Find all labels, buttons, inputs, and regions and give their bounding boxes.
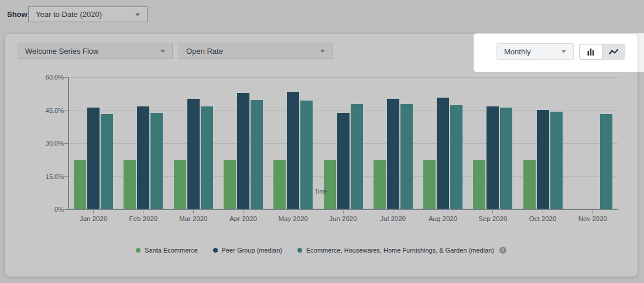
screen: Show: Year to Date (2020) Welcome Series… — [0, 0, 644, 283]
metric-dropdown-value: Open Rate — [186, 47, 223, 56]
legend-item[interactable]: Ecommerce, Housewares, Home Furnishings,… — [297, 247, 506, 254]
legend-item[interactable]: Peer Group (median) — [213, 247, 282, 254]
y-tick-label: 30.0% — [29, 140, 64, 147]
chevron-down-icon — [320, 50, 325, 53]
flow-dropdown[interactable]: Welcome Series Flow — [18, 43, 173, 59]
x-tick-mark — [243, 210, 244, 213]
interval-dropdown-value: Monthly — [504, 47, 531, 56]
x-tick-label: Apr 2020 — [217, 215, 269, 222]
bar[interactable] — [473, 160, 485, 209]
chevron-down-icon — [160, 50, 165, 53]
flow-dropdown-value: Welcome Series Flow — [25, 47, 98, 56]
x-tick-mark — [443, 210, 443, 213]
bar[interactable] — [324, 160, 336, 209]
x-tick-mark — [293, 210, 293, 213]
x-tick-label: Jul 2020 — [366, 215, 419, 222]
bar[interactable] — [374, 160, 386, 209]
y-tick-label: 15.0% — [29, 173, 64, 180]
date-range-dropdown[interactable]: Year to Date (2020) — [28, 6, 148, 22]
metric-dropdown[interactable]: Open Rate — [179, 43, 333, 59]
x-tick-label: Aug 2020 — [417, 215, 470, 222]
bar[interactable] — [523, 160, 536, 209]
legend-dot-icon — [297, 248, 302, 253]
legend-item[interactable]: Santa Ecommerce — [136, 247, 197, 254]
x-tick-mark — [93, 210, 94, 213]
bar[interactable] — [124, 160, 136, 209]
x-tick-label: Feb 2020 — [117, 215, 170, 222]
x-tick-mark — [343, 210, 344, 213]
chart-type-toggle — [579, 44, 625, 60]
show-filter-label: Show: — [7, 10, 30, 19]
x-tick-mark — [193, 210, 194, 213]
bar[interactable] — [174, 160, 186, 209]
gridline — [68, 77, 618, 78]
date-range-value: Year to Date (2020) — [36, 10, 102, 19]
bar-chart-icon — [585, 47, 596, 57]
x-axis-title: Time — [5, 188, 638, 195]
x-tick-label: May 2020 — [267, 215, 320, 222]
x-tick-mark — [393, 210, 393, 213]
legend-label: Peer Group (median) — [222, 247, 282, 254]
chevron-down-icon — [135, 13, 140, 16]
bar[interactable] — [273, 160, 286, 209]
line-chart-icon — [608, 48, 619, 56]
x-tick-label: Sep 2020 — [467, 215, 519, 222]
bar[interactable] — [74, 160, 86, 209]
x-axis-line — [68, 209, 618, 210]
chart-legend: Santa EcommercePeer Group (median)Ecomme… — [5, 244, 638, 256]
chevron-down-icon — [561, 50, 566, 53]
bar[interactable] — [423, 160, 436, 209]
legend-dot-icon — [213, 248, 218, 253]
gridline — [68, 110, 618, 111]
x-tick-label: Nov 2020 — [566, 215, 619, 222]
x-tick-mark — [143, 210, 143, 213]
legend-label: Santa Ecommerce — [145, 247, 197, 254]
legend-dot-icon — [136, 248, 141, 253]
x-tick-mark — [492, 210, 493, 213]
legend-label: Ecommerce, Housewares, Home Furnishings,… — [306, 247, 494, 254]
x-tick-mark — [592, 210, 593, 213]
x-tick-label: Oct 2020 — [516, 215, 569, 222]
bar-chart-toggle-button[interactable] — [579, 44, 603, 60]
bar[interactable] — [224, 160, 236, 209]
interval-dropdown[interactable]: Monthly — [496, 43, 574, 60]
x-tick-label: Jun 2020 — [317, 215, 369, 222]
line-chart-toggle-button[interactable] — [602, 44, 625, 59]
y-tick-label: 45.0% — [29, 107, 64, 114]
x-tick-label: Jan 2020 — [67, 215, 120, 222]
y-tick-label: 0% — [29, 206, 64, 213]
x-tick-label: Mar 2020 — [167, 215, 220, 222]
y-tick-label: 60.0% — [29, 74, 64, 81]
analytics-card: Welcome Series Flow Open Rate Monthly — [5, 34, 638, 277]
help-icon[interactable]: ? — [499, 247, 506, 254]
x-tick-mark — [543, 210, 543, 213]
